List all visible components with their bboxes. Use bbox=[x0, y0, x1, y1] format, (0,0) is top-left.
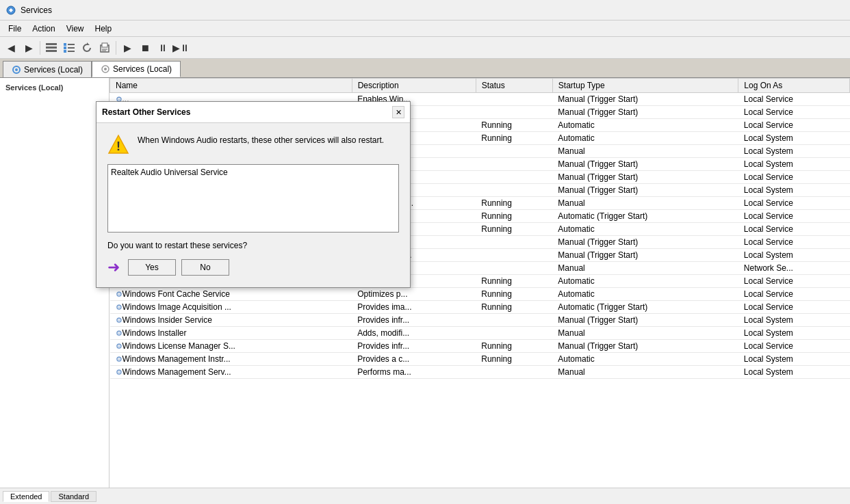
dialog-body: ! When Windows Audio restarts, these oth… bbox=[96, 123, 410, 287]
dialog-service-item: Realtek Audio Universal Service bbox=[111, 168, 396, 177]
dialog-buttons: ➜ Yes No bbox=[107, 258, 399, 276]
svg-text:!: ! bbox=[116, 140, 120, 153]
dialog-question: Do you want to restart these services? bbox=[107, 241, 399, 250]
arrow-indicator: ➜ bbox=[107, 258, 120, 276]
dialog-yes-button[interactable]: Yes bbox=[128, 259, 176, 276]
dialog-message: When Windows Audio restarts, these other… bbox=[138, 134, 384, 146]
dialog-message-row: ! When Windows Audio restarts, these oth… bbox=[107, 134, 399, 156]
dialog-title: Restart Other Services bbox=[102, 107, 190, 117]
dialog-title-bar: Restart Other Services ✕ bbox=[96, 102, 410, 123]
warning-icon: ! bbox=[107, 134, 129, 156]
dialog-services-list[interactable]: Realtek Audio Universal Service bbox=[107, 164, 399, 233]
dialog-close-button[interactable]: ✕ bbox=[392, 106, 404, 118]
restart-services-dialog: Restart Other Services ✕ ! When Windows … bbox=[96, 101, 411, 288]
dialog-no-button[interactable]: No bbox=[181, 259, 229, 276]
